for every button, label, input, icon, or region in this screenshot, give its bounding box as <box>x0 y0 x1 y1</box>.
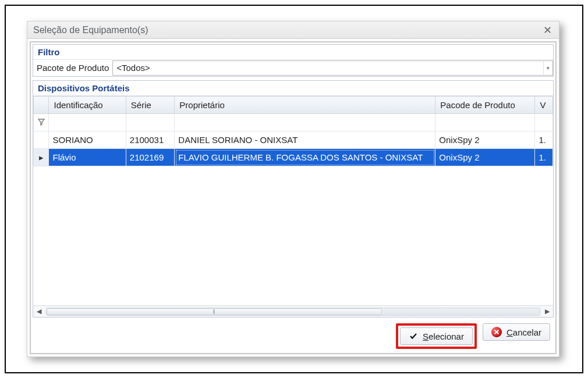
cell-serie: 2100031 <box>126 131 174 149</box>
cell-pacote: OnixSpy 2 <box>435 131 535 149</box>
filter-cell-proprietario[interactable] <box>175 114 435 131</box>
package-combo-value: <Todos> <box>113 61 543 75</box>
scroll-right-arrow-icon[interactable]: ▶ <box>541 306 553 317</box>
grid-empty-area <box>33 166 553 305</box>
devices-panel-title: Dispositivos Portáteis <box>33 81 553 96</box>
grid-filter-row <box>34 114 553 131</box>
titlebar: Seleção de Equipamento(s) ✕ <box>27 22 559 39</box>
grid-header-v[interactable]: V <box>535 97 553 114</box>
grid-header-indicator[interactable] <box>34 97 49 114</box>
scroll-left-arrow-icon[interactable]: ◀ <box>33 306 45 317</box>
cell-identificacao: SORIANO <box>49 131 126 149</box>
window-title: Seleção de Equipamento(s) <box>33 25 148 35</box>
grid-header-proprietario[interactable]: Proprietário <box>175 97 435 114</box>
filter-panel-title: Filtro <box>33 45 553 60</box>
grid-header-pacote[interactable]: Pacode de Produto <box>435 97 535 114</box>
check-icon <box>409 331 418 341</box>
select-button[interactable]: Selecionar <box>400 327 473 345</box>
filter-cell-pacote[interactable] <box>435 114 535 131</box>
select-button-label: Selecionar <box>423 331 464 341</box>
filter-cell-v[interactable] <box>535 114 553 131</box>
scroll-track[interactable] <box>46 308 540 316</box>
devices-panel: Dispositivos Portáteis <box>33 80 554 318</box>
table-row[interactable]: ▸ Flávio 2102169 FLAVIO GUILHERME B. FOG… <box>34 149 553 166</box>
outer-frame: Seleção de Equipamento(s) ✕ Filtro Pacot… <box>5 5 583 373</box>
dialog-body: Filtro Pacote de Produto <Todos> ▾ Dispo… <box>30 41 557 354</box>
table-row[interactable]: SORIANO 2100031 DANIEL SORIANO - ONIXSAT… <box>34 131 553 149</box>
cell-pacote: OnixSpy 2 <box>435 149 535 166</box>
grid-header-row: Identificação Série Proprietário Pacode … <box>34 97 553 114</box>
cell-proprietario: DANIEL SORIANO - ONIXSAT <box>175 131 435 149</box>
grid-table: Identificação Série Proprietário Pacode … <box>33 96 553 166</box>
grid-header-identificacao[interactable]: Identificação <box>49 97 126 114</box>
package-combobox[interactable]: <Todos> ▾ <box>112 60 553 76</box>
filter-cell-identificacao[interactable] <box>49 114 126 131</box>
dialog-footer: Selecionar Cancelar <box>33 318 554 351</box>
package-label: Pacote de Produto <box>33 59 112 76</box>
filter-funnel-cell[interactable] <box>34 114 49 131</box>
cell-v: 1. <box>535 149 553 166</box>
horizontal-scrollbar[interactable]: ◀ ▶ <box>33 305 553 317</box>
funnel-icon <box>38 117 45 127</box>
cancel-button[interactable]: Cancelar <box>483 323 550 341</box>
cell-serie: 2102169 <box>126 149 174 166</box>
cell-proprietario: FLAVIO GUILHERME B. FOGASSA DOS SANTOS -… <box>175 149 435 166</box>
filter-row: Pacote de Produto <Todos> ▾ <box>33 59 553 76</box>
select-button-highlight: Selecionar <box>396 323 477 349</box>
cancel-button-label: Cancelar <box>506 327 541 337</box>
close-icon[interactable]: ✕ <box>541 24 554 37</box>
row-indicator-selected: ▸ <box>34 149 49 166</box>
cell-identificacao: Flávio <box>49 149 126 166</box>
cell-v: 1. <box>535 131 553 149</box>
grid-header-serie[interactable]: Série <box>126 97 174 114</box>
scroll-thumb[interactable] <box>47 308 382 315</box>
grid: Identificação Série Proprietário Pacode … <box>33 96 553 317</box>
dialog-window: Seleção de Equipamento(s) ✕ Filtro Pacot… <box>27 21 559 357</box>
row-indicator <box>34 131 49 149</box>
filter-cell-serie[interactable] <box>126 114 174 131</box>
chevron-down-icon[interactable]: ▾ <box>543 61 552 75</box>
filter-panel: Filtro Pacote de Produto <Todos> ▾ <box>33 44 554 77</box>
cancel-icon <box>491 327 502 337</box>
